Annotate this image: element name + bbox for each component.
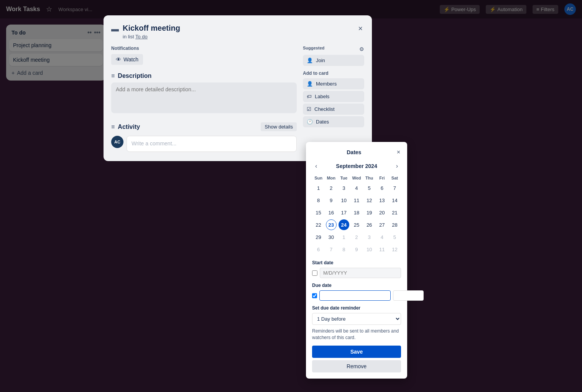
prev-month-button[interactable]: ‹ <box>312 161 320 171</box>
dates-icon: 🕐 <box>307 119 313 125</box>
suggested-label: Suggested <box>303 46 324 50</box>
cal-day-27[interactable]: 27 <box>376 219 387 230</box>
cal-day-oct-6[interactable]: 6 <box>313 244 324 255</box>
cal-day-oct-9[interactable]: 9 <box>351 244 362 255</box>
cal-day-oct-2[interactable]: 2 <box>351 232 362 242</box>
card-icon: ▬ <box>111 25 119 33</box>
cal-day-oct-3[interactable]: 3 <box>364 232 375 242</box>
cal-day-6[interactable]: 6 <box>376 183 387 193</box>
cal-day-20[interactable]: 20 <box>376 207 387 218</box>
checklist-icon: ☑ <box>307 106 311 112</box>
cal-day-9[interactable]: 9 <box>326 195 337 206</box>
watch-icon: 👁 <box>116 56 121 63</box>
labels-button[interactable]: 🏷 Labels <box>303 91 364 102</box>
cal-day-17[interactable]: 17 <box>339 207 349 218</box>
dates-button[interactable]: 🕐 Dates <box>303 116 364 127</box>
labels-icon: 🏷 <box>307 94 312 99</box>
cal-day-19[interactable]: 19 <box>364 207 375 218</box>
calendar-month-year: September 2024 <box>336 163 377 169</box>
cal-day-28[interactable]: 28 <box>389 219 400 230</box>
calendar-nav: ‹ September 2024 › <box>312 161 401 171</box>
cal-day-10[interactable]: 10 <box>339 195 349 206</box>
comment-avatar: AC <box>111 136 123 148</box>
calendar-grid: Sun Mon Tue Wed Thu Fri Sat 1 2 3 4 5 6 … <box>312 174 401 255</box>
comment-area: AC Write a comment... <box>111 136 297 152</box>
modal-close-button[interactable]: × <box>357 23 364 34</box>
cal-day-18[interactable]: 18 <box>351 207 362 218</box>
cal-day-26[interactable]: 26 <box>364 219 375 230</box>
modal-title-area: Kickoff meeting in list To do <box>123 23 353 40</box>
due-date-input[interactable]: 9/24/2024 <box>319 290 391 301</box>
join-button[interactable]: 👤 Join <box>303 55 364 66</box>
description-input[interactable] <box>111 82 297 113</box>
cal-day-29[interactable]: 29 <box>313 232 324 242</box>
activity-title: Activity <box>118 124 140 130</box>
save-button[interactable]: Save <box>312 346 401 358</box>
cal-day-oct-11[interactable]: 11 <box>376 244 387 255</box>
cal-day-15[interactable]: 15 <box>313 207 324 218</box>
modal-subtitle: in list To do <box>123 34 353 40</box>
cal-day-16[interactable]: 16 <box>326 207 337 218</box>
join-icon: 👤 <box>307 58 313 63</box>
cal-day-oct-8[interactable]: 8 <box>339 244 349 255</box>
cal-day-oct-10[interactable]: 10 <box>364 244 375 255</box>
cal-day-22[interactable]: 22 <box>313 219 324 230</box>
watch-button[interactable]: 👁 Watch <box>111 54 143 65</box>
due-date-checkbox[interactable] <box>312 293 317 298</box>
calendar-header-row: Sun Mon Tue Wed Thu Fri Sat <box>312 174 401 182</box>
activity-header: ≡ Activity Show details <box>111 122 297 131</box>
cal-day-21[interactable]: 21 <box>389 207 400 218</box>
cal-day-14[interactable]: 14 <box>389 195 400 206</box>
popover-title: Dates <box>312 149 396 155</box>
cal-day-23-today[interactable]: 23 <box>326 219 337 230</box>
modal-body: Notifications 👁 Watch ≡ Description ≡ Ac… <box>111 46 364 152</box>
cal-day-25[interactable]: 25 <box>351 219 362 230</box>
show-details-button[interactable]: Show details <box>261 122 297 131</box>
cal-day-30[interactable]: 30 <box>326 232 337 242</box>
cal-day-1[interactable]: 1 <box>313 183 324 193</box>
cal-header-sun: Sun <box>312 174 325 182</box>
next-month-button[interactable]: › <box>393 161 401 171</box>
modal-title: Kickoff meeting <box>123 23 353 33</box>
members-button[interactable]: 👤 Members <box>303 78 364 89</box>
cal-day-3[interactable]: 3 <box>339 183 349 193</box>
description-icon: ≡ <box>111 72 115 79</box>
cal-day-24-selected[interactable]: 24 <box>339 219 349 230</box>
cal-day-oct-12[interactable]: 12 <box>389 244 400 255</box>
cal-day-oct-5[interactable]: 5 <box>389 232 400 242</box>
settings-icon[interactable]: ⚙ <box>359 46 364 52</box>
cal-day-oct-4[interactable]: 4 <box>376 232 387 242</box>
start-date-input[interactable] <box>320 268 401 278</box>
cal-day-oct-7[interactable]: 7 <box>326 244 337 255</box>
checklist-button[interactable]: ☑ Checklist <box>303 104 364 115</box>
cal-day-oct-1[interactable]: 1 <box>339 232 349 242</box>
comment-input[interactable]: Write a comment... <box>127 136 297 152</box>
cal-day-4[interactable]: 4 <box>351 183 362 193</box>
cal-header-thu: Thu <box>363 174 376 182</box>
cal-day-12[interactable]: 12 <box>364 195 375 206</box>
start-date-checkbox[interactable] <box>312 270 317 276</box>
cal-day-2[interactable]: 2 <box>326 183 337 193</box>
calendar-week-4: 22 23 24 25 26 27 28 <box>312 219 401 231</box>
start-date-row <box>312 268 401 278</box>
start-date-label: Start date <box>312 260 401 265</box>
cal-day-7[interactable]: 7 <box>389 183 400 193</box>
cal-day-11[interactable]: 11 <box>351 195 362 206</box>
cal-day-5[interactable]: 5 <box>364 183 375 193</box>
due-time-input[interactable]: 9:26 PM <box>393 290 424 301</box>
cal-header-fri: Fri <box>376 174 388 182</box>
cal-day-13[interactable]: 13 <box>376 195 387 206</box>
calendar-week-1: 1 2 3 4 5 6 7 <box>312 182 401 194</box>
remove-button[interactable]: Remove <box>312 360 401 372</box>
cal-header-mon: Mon <box>325 174 337 182</box>
calendar-week-5: 29 30 1 2 3 4 5 <box>312 231 401 243</box>
list-link[interactable]: To do <box>135 34 148 40</box>
reminder-select[interactable]: None At time of due date 5 Minutes befor… <box>312 313 401 325</box>
cal-day-8[interactable]: 8 <box>313 195 324 206</box>
dates-popover: Dates × ‹ September 2024 › Sun Mon Tue W… <box>306 142 407 379</box>
popover-close-button[interactable]: × <box>396 148 401 156</box>
calendar-week-6: 6 7 8 9 10 11 12 <box>312 243 401 255</box>
cal-header-tue: Tue <box>337 174 350 182</box>
due-date-row: 9/24/2024 9:26 PM <box>312 290 401 301</box>
modal-header: ▬ Kickoff meeting in list To do × <box>111 23 364 40</box>
